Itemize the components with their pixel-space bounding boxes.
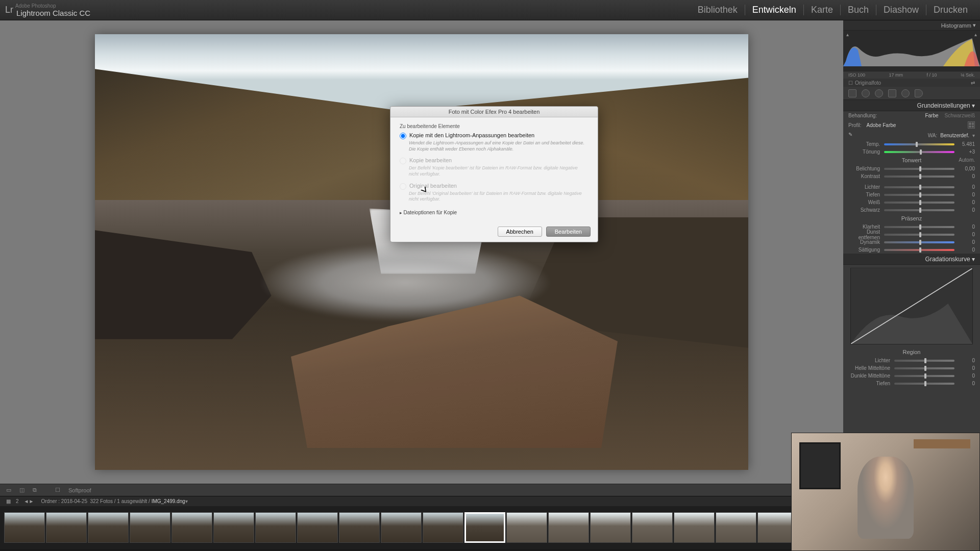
treatment-bw[interactable]: Schwarzweiß bbox=[945, 113, 975, 118]
thumbnail[interactable] bbox=[632, 512, 673, 543]
contrast-slider[interactable] bbox=[884, 176, 954, 178]
module-develop[interactable]: Entwickeln bbox=[745, 5, 804, 15]
treatment-color[interactable]: Farbe bbox=[925, 113, 938, 118]
thumbnail[interactable] bbox=[339, 512, 380, 543]
profile-row: Profil: Adobe Farbe bbox=[843, 120, 980, 130]
radio-opt3 bbox=[400, 183, 406, 190]
thumbnail[interactable] bbox=[88, 512, 129, 543]
histogram[interactable]: ▴ ▴ bbox=[843, 31, 980, 71]
module-book[interactable]: Buch bbox=[841, 5, 876, 15]
wb-row: ✎ WA: Benutzerdef.▾ bbox=[843, 130, 980, 140]
whites-slider[interactable] bbox=[884, 202, 954, 204]
edit-in-dialog: Foto mit Color Efex Pro 4 bearbeiten Zu … bbox=[390, 106, 598, 242]
thumbnail[interactable] bbox=[423, 512, 463, 543]
clarity-slider[interactable] bbox=[884, 226, 954, 228]
auto-button[interactable]: Autom. bbox=[959, 157, 975, 163]
vibrance-slider[interactable] bbox=[884, 241, 954, 243]
curve-panel-header[interactable]: Gradationskurve ▾ bbox=[843, 254, 980, 265]
histogram-info: ISO 10017 mm f / 10⅛ Sek. bbox=[843, 71, 980, 79]
dialog-title: Foto mit Color Efex Pro 4 bearbeiten bbox=[390, 107, 598, 117]
histogram-header[interactable]: Histogramm ▾ bbox=[843, 20, 980, 31]
loupe-view-icon[interactable]: ▭ bbox=[6, 487, 11, 493]
module-map[interactable]: Karte bbox=[804, 5, 841, 15]
webcam-overlay bbox=[791, 433, 980, 551]
brush-tool-icon[interactable] bbox=[915, 89, 923, 97]
spot-tool-icon[interactable] bbox=[862, 89, 870, 97]
module-print[interactable]: Drucken bbox=[926, 5, 975, 15]
saturation-slider[interactable] bbox=[884, 249, 954, 251]
option-original: Original bearbeiten bbox=[400, 183, 589, 190]
wb-select[interactable]: Benutzerdef. bbox=[940, 133, 969, 138]
profile-select[interactable]: Adobe Farbe bbox=[867, 122, 896, 128]
curve-darks-slider[interactable] bbox=[894, 375, 954, 377]
before-after-icon[interactable]: ⧉ bbox=[33, 487, 37, 493]
highlights-slider[interactable] bbox=[884, 186, 954, 188]
softproof-toggle[interactable]: Softproof bbox=[68, 487, 91, 493]
nav-back-icon[interactable]: ◄ bbox=[24, 498, 29, 504]
file-options-disclosure[interactable]: Dateioptionen für Kopie bbox=[400, 208, 589, 217]
module-slideshow[interactable]: Diashow bbox=[876, 5, 926, 15]
crop-tool-icon[interactable] bbox=[848, 89, 856, 97]
thumbnail[interactable] bbox=[381, 512, 422, 543]
edit-button[interactable]: Bearbeiten bbox=[546, 227, 591, 237]
redeye-tool-icon[interactable] bbox=[875, 89, 883, 97]
top-bar: Lr Adobe Photoshop Lightroom Classic CC … bbox=[0, 0, 980, 20]
curve-highlights-slider[interactable] bbox=[894, 360, 954, 362]
tone-curve[interactable] bbox=[850, 268, 973, 344]
compare-view-icon[interactable]: ◫ bbox=[19, 487, 24, 493]
basic-panel-header[interactable]: Grundeinstellungen ▾ bbox=[843, 100, 980, 111]
tint-slider[interactable] bbox=[884, 151, 954, 153]
option-copy: Kopie bearbeiten bbox=[400, 157, 589, 164]
brand-line1: Adobe Photoshop bbox=[15, 3, 90, 9]
radial-tool-icon[interactable] bbox=[901, 89, 910, 97]
curve-lights-slider[interactable] bbox=[894, 367, 954, 369]
blacks-slider[interactable] bbox=[884, 209, 954, 211]
thumbnail[interactable] bbox=[297, 512, 338, 543]
eyedropper-icon[interactable]: ✎ bbox=[848, 132, 855, 139]
dehaze-slider[interactable] bbox=[884, 234, 954, 236]
thumbnail[interactable] bbox=[548, 512, 589, 543]
treatment-row: Behandlung: Farbe Schwarzweiß bbox=[843, 111, 980, 120]
thumbnail[interactable] bbox=[130, 512, 170, 543]
lr-icon: Lr bbox=[5, 5, 13, 15]
radio-opt1[interactable] bbox=[400, 133, 406, 139]
opt1-description: Wendet die Lightroom-Anpassungen auf ein… bbox=[409, 140, 589, 152]
thumbnail[interactable] bbox=[4, 512, 45, 543]
thumbnail[interactable] bbox=[506, 512, 547, 543]
curve-shadows-slider[interactable] bbox=[894, 383, 954, 385]
radio-opt2 bbox=[400, 158, 406, 164]
shadows-slider[interactable] bbox=[884, 194, 954, 196]
thumbnail[interactable] bbox=[590, 512, 631, 543]
thumbnail[interactable] bbox=[172, 512, 212, 543]
thumbnail[interactable] bbox=[674, 512, 715, 543]
cancel-button[interactable]: Abbrechen bbox=[498, 227, 542, 237]
brand-line2: Lightroom Classic CC bbox=[16, 9, 90, 17]
gradient-tool-icon[interactable] bbox=[888, 89, 896, 97]
photo-preview[interactable] bbox=[95, 34, 748, 470]
profile-browser-icon[interactable] bbox=[968, 121, 975, 129]
module-library[interactable]: Bibliothek bbox=[691, 5, 745, 15]
module-picker: Bibliothek Entwickeln Karte Buch Diashow… bbox=[691, 5, 975, 15]
second-window-icon[interactable]: 2 bbox=[16, 498, 19, 504]
canvas-area bbox=[0, 20, 843, 484]
thumbnail[interactable] bbox=[46, 512, 87, 543]
opt3-description: Der Befehl 'Original bearbeiten' ist für… bbox=[409, 191, 589, 203]
app-logo: Lr Adobe Photoshop Lightroom Classic CC bbox=[5, 3, 90, 17]
temp-slider[interactable] bbox=[884, 143, 954, 145]
nav-fwd-icon[interactable]: ► bbox=[29, 498, 34, 504]
dialog-section-label: Zu bearbeitende Elemente bbox=[400, 123, 589, 129]
option-copy-with-adjustments[interactable]: Kopie mit den Lightroom-Anpassungen bear… bbox=[400, 132, 589, 139]
opt2-description: Der Befehl 'Kopie bearbeiten' ist für Da… bbox=[409, 165, 589, 177]
original-photo-row[interactable]: ☐Originalfoto⇄ bbox=[843, 79, 980, 87]
thumbnail[interactable] bbox=[255, 512, 296, 543]
thumbnail-selected[interactable] bbox=[464, 512, 505, 543]
current-file[interactable]: IMG_2499.dng bbox=[152, 498, 185, 504]
grid-icon[interactable]: ▦ bbox=[6, 498, 11, 504]
thumbnail[interactable] bbox=[213, 512, 254, 543]
tool-strip bbox=[843, 87, 980, 100]
thumbnail[interactable] bbox=[716, 512, 756, 543]
develop-panel: Histogramm ▾ ▴ ▴ ISO 10017 mm f / 10⅛ Se… bbox=[843, 20, 980, 484]
exposure-slider[interactable] bbox=[884, 168, 954, 170]
